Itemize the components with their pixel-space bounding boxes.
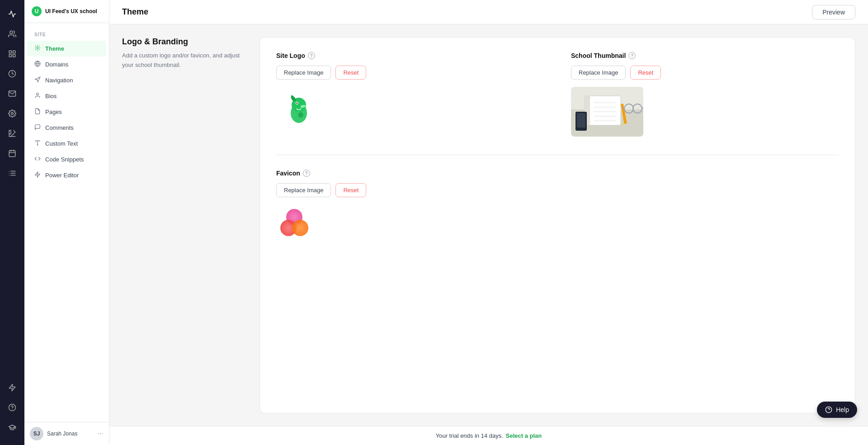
site-section-label: SITE (27, 27, 106, 39)
sidebar-item-power-editor[interactable]: Power Editor (27, 167, 106, 183)
svg-marker-19 (9, 384, 15, 391)
sidebar-item-label-pages: Pages (45, 109, 62, 115)
code-snippets-icon (34, 156, 41, 163)
people-icon[interactable] (4, 25, 21, 43)
school-name-header[interactable]: U UI Feed's UX school (24, 0, 109, 23)
domains-icon (34, 61, 41, 68)
content-area: Logo & Branding Add a custom logo and/or… (109, 24, 868, 426)
analytics-icon[interactable] (4, 5, 21, 23)
graduate-icon[interactable] (4, 419, 21, 436)
svg-rect-9 (9, 151, 15, 157)
theme-icon (34, 45, 41, 52)
branding-description-panel: Logo & Branding Add a custom logo and/or… (122, 37, 249, 413)
main-content: Theme Preview Logo & Branding Add a cust… (109, 0, 868, 445)
site-logo-image (281, 91, 317, 128)
branding-heading: Logo & Branding (122, 37, 249, 47)
site-logo-help-icon[interactable]: ? (308, 52, 315, 59)
svg-point-22 (37, 47, 38, 49)
help-fab-icon (825, 406, 832, 413)
branding-description: Add a custom logo and/or favicon, and ad… (122, 51, 249, 70)
school-thumbnail-image (571, 87, 643, 137)
favicon-actions: Replace Image Reset (276, 183, 839, 197)
help-fab-button[interactable]: Help (817, 402, 857, 418)
sidebar-item-label-domains: Domains (45, 61, 68, 68)
site-logo-replace-button[interactable]: Replace Image (276, 66, 331, 80)
site-logo-text: Site Logo (276, 52, 305, 59)
favicon-preview (276, 204, 312, 241)
sidebar-item-label-bios: Bios (45, 93, 57, 99)
school-thumbnail-block: School Thumbnail ? Replace Image Reset (571, 52, 839, 137)
favicon-image (276, 204, 312, 241)
site-logo-actions: Replace Image Reset (276, 66, 544, 80)
svg-rect-4 (9, 55, 11, 57)
sidebar-item-code-snippets[interactable]: Code Snippets (27, 151, 106, 167)
school-logo-icon: U (32, 6, 42, 16)
settings-icon[interactable] (4, 105, 21, 122)
svg-point-33 (297, 103, 298, 104)
sidebar-item-label-navigation: Navigation (45, 77, 73, 84)
svg-point-0 (10, 31, 13, 33)
dashboard-icon[interactable] (4, 45, 21, 62)
svg-rect-2 (13, 51, 15, 53)
svg-point-34 (298, 112, 303, 118)
sidebar-item-comments[interactable]: Comments (27, 120, 106, 136)
pages-icon (34, 108, 41, 116)
sidebar-item-label-power-editor: Power Editor (45, 172, 79, 179)
sidebar-item-custom-text[interactable]: Custom Text (27, 136, 106, 151)
power-editor-icon (34, 171, 41, 179)
school-thumbnail-preview (571, 87, 643, 137)
user-footer[interactable]: SJ Sarah Jonas ··· (24, 422, 109, 445)
school-thumbnail-replace-button[interactable]: Replace Image (571, 66, 626, 80)
sidebar-item-pages[interactable]: Pages (27, 104, 106, 120)
site-logo-label: Site Logo ? (276, 52, 544, 59)
bios-icon (34, 92, 41, 100)
sidebar-item-domains[interactable]: Domains (27, 57, 106, 72)
comments-icon (34, 124, 41, 132)
sidebar-item-label-custom-text: Custom Text (45, 140, 78, 147)
branding-card: Site Logo ? Replace Image Reset (259, 37, 855, 413)
site-logo-block: Site Logo ? Replace Image Reset (276, 52, 544, 137)
sidebar-item-label-code-snippets: Code Snippets (45, 156, 84, 163)
calendar-icon[interactable] (4, 145, 21, 162)
favicon-replace-button[interactable]: Replace Image (276, 183, 331, 197)
more-options-icon[interactable]: ··· (98, 430, 104, 438)
school-thumbnail-actions: Replace Image Reset (571, 66, 839, 80)
favicon-section: Favicon ? Replace Image Reset (276, 170, 839, 241)
icon-bar (0, 0, 24, 445)
favicon-help-icon[interactable]: ? (303, 170, 310, 177)
revenue-icon[interactable] (4, 65, 21, 82)
help-fab-label: Help (836, 406, 849, 413)
custom-text-icon (34, 140, 41, 147)
sidebar-item-bios[interactable]: Bios (27, 88, 106, 104)
page-title: Theme (122, 7, 148, 17)
preview-button[interactable]: Preview (812, 5, 855, 19)
svg-marker-29 (35, 172, 40, 177)
tools-icon[interactable] (4, 165, 21, 182)
svg-rect-1 (9, 51, 11, 53)
site-logo-reset-button[interactable]: Reset (335, 66, 366, 80)
logo-section: Site Logo ? Replace Image Reset (276, 52, 839, 137)
svg-marker-25 (35, 77, 40, 82)
question-icon[interactable] (4, 399, 21, 416)
messages-icon[interactable] (4, 85, 21, 102)
svg-rect-3 (13, 55, 15, 57)
sidebar-item-theme[interactable]: Theme (27, 41, 106, 57)
user-name: Sarah Jonas (47, 431, 94, 437)
school-thumbnail-reset-button[interactable]: Reset (630, 66, 661, 80)
favicon-reset-button[interactable]: Reset (335, 183, 366, 197)
topbar: Theme Preview (109, 0, 868, 24)
svg-point-6 (11, 113, 14, 115)
favicon-label-text: Favicon (276, 170, 300, 177)
school-thumbnail-label: School Thumbnail ? (571, 52, 839, 59)
trial-bar: Your trial ends in 14 days. Select a pla… (109, 426, 868, 445)
sidebar-item-navigation[interactable]: Navigation (27, 72, 106, 88)
select-plan-link[interactable]: Select a plan (506, 432, 542, 439)
favicon-label: Favicon ? (276, 170, 839, 177)
plugins-icon[interactable] (4, 125, 21, 142)
school-thumbnail-help-icon[interactable]: ? (628, 52, 636, 59)
trial-text: Your trial ends in 14 days. (436, 432, 503, 439)
svg-rect-47 (577, 113, 585, 128)
svg-point-55 (292, 220, 308, 236)
lightning-icon[interactable] (4, 379, 21, 396)
sidebar-item-label-comments: Comments (45, 124, 74, 131)
